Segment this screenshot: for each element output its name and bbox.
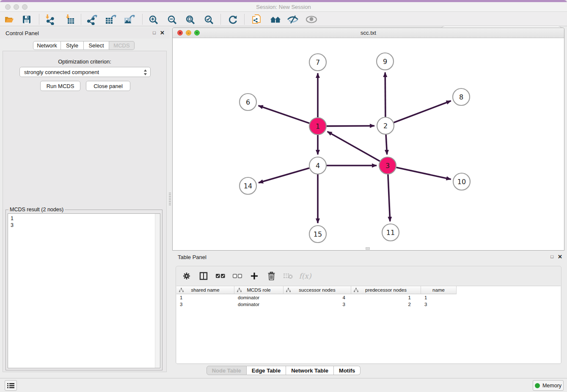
column-header-predecessor-nodes[interactable]: predecessor nodes (351, 286, 421, 294)
node-14[interactable]: 14 (239, 177, 256, 194)
node-11[interactable]: 11 (382, 224, 399, 241)
table-cell[interactable]: 1 (176, 294, 234, 301)
table-row[interactable]: 1dominator411 (176, 294, 561, 301)
close-panel-button[interactable]: Close panel (86, 81, 130, 91)
delete-column-icon[interactable] (266, 271, 277, 282)
task-history-button[interactable] (5, 380, 17, 391)
application-window: Session: New Session Control Panel □ ✕ N… (0, 0, 567, 392)
table-toolbar: f(x) (176, 266, 561, 286)
node-10[interactable]: 10 (453, 173, 470, 190)
mcds-result-list[interactable]: 13 (8, 213, 160, 368)
show-all-icon[interactable] (306, 14, 317, 25)
node-4[interactable]: 4 (309, 157, 326, 174)
export-network-icon[interactable] (86, 14, 98, 25)
app-titlebar[interactable]: Session: New Session (0, 2, 567, 12)
run-mcds-button[interactable]: Run MCDS (40, 81, 80, 91)
node-table-panel: f(x) shared nameMCDS rolesuccessor nodes… (176, 266, 561, 364)
import-table-icon[interactable] (64, 14, 76, 25)
mcds-panel: Optimization criterion: strongly connect… (3, 51, 167, 372)
table-cell[interactable]: 4 (284, 294, 351, 301)
tab-network-table[interactable]: Network Table (286, 366, 334, 375)
node-2[interactable]: 2 (377, 117, 394, 134)
table-cell[interactable]: 3 (284, 301, 351, 308)
table-cell[interactable]: 1 (421, 294, 457, 301)
edge-2-9[interactable] (385, 72, 385, 117)
node-label: 10 (457, 178, 466, 186)
toggle-panel-icon[interactable] (198, 271, 209, 282)
table-cell[interactable]: 3 (176, 301, 234, 308)
column-type-icon (179, 288, 184, 293)
column-header-MCDS-role[interactable]: MCDS role (234, 286, 284, 294)
zoom-selected-icon[interactable] (203, 14, 215, 25)
zoom-in-icon[interactable] (147, 14, 159, 25)
clone-network-icon[interactable] (250, 14, 262, 25)
zoom-fit-icon[interactable] (184, 14, 196, 25)
tab-node-table[interactable]: Node Table (206, 366, 247, 375)
open-file-icon[interactable] (3, 14, 15, 25)
tab-edge-table[interactable]: Edge Table (247, 366, 286, 375)
node-7[interactable]: 7 (309, 54, 326, 71)
edge-2-3[interactable] (386, 135, 387, 155)
control-panel-close-icon[interactable]: ✕ (159, 30, 165, 36)
mcds-result-item[interactable]: 3 (11, 222, 160, 229)
import-network-icon[interactable] (44, 14, 55, 25)
edge-1-2[interactable] (327, 126, 374, 126)
node-label: 7 (316, 58, 320, 66)
export-image-icon[interactable] (124, 14, 135, 25)
network-window-titlebar[interactable]: ✕ − + scc.txt (173, 28, 564, 38)
edge-3-11[interactable] (388, 174, 390, 221)
table-cell[interactable]: 1 (351, 294, 421, 301)
table-row[interactable]: 3dominator323 (176, 301, 561, 308)
table-cell[interactable]: dominator (234, 294, 284, 301)
network-canvas[interactable]: 7968124314101511 (173, 38, 564, 250)
edge-4-14[interactable] (259, 168, 309, 183)
export-table-icon[interactable] (105, 14, 117, 25)
table-cell[interactable]: dominator (234, 301, 284, 308)
network-view-window: ✕ − + scc.txt 7968124314101511 (172, 28, 564, 251)
column-header-shared-name[interactable]: shared name (176, 286, 234, 294)
tab-network[interactable]: Network (33, 41, 61, 50)
node-6[interactable]: 6 (239, 94, 256, 110)
select-all-icon[interactable] (215, 271, 226, 282)
node-8[interactable]: 8 (453, 88, 470, 105)
optimization-criterion-label: Optimization criterion: (3, 58, 166, 65)
tab-select[interactable]: Select (84, 41, 109, 50)
column-label: shared name (176, 287, 234, 293)
node-3[interactable]: 3 (379, 157, 396, 174)
table-cell[interactable]: 3 (421, 301, 457, 308)
criterion-select[interactable]: strongly connected component (19, 67, 151, 77)
hide-selected-icon[interactable] (287, 14, 299, 25)
column-header-successor-nodes[interactable]: successor nodes (284, 286, 351, 294)
table-settings-icon[interactable] (181, 271, 192, 282)
edge-3-1[interactable] (328, 132, 380, 161)
edge-1-6[interactable] (259, 106, 310, 124)
toolbar-separator (142, 14, 143, 25)
node-9[interactable]: 9 (377, 53, 394, 70)
tab-mcds[interactable]: MCDS (109, 41, 135, 50)
table-cell[interactable]: 2 (351, 301, 421, 308)
table-panel-float-icon[interactable]: □ (549, 254, 555, 260)
tab-style[interactable]: Style (61, 41, 84, 50)
mcds-result-item[interactable]: 1 (11, 215, 160, 222)
column-header-name[interactable]: name (421, 286, 457, 294)
edge-3-10[interactable] (396, 168, 451, 179)
control-panel-float-icon[interactable]: □ (151, 30, 157, 36)
edge-2-8[interactable] (394, 101, 451, 122)
refresh-view-icon[interactable] (227, 14, 239, 25)
table-panel-close-icon[interactable]: ✕ (557, 254, 563, 260)
memory-button[interactable]: Memory (533, 380, 564, 391)
main-toolbar (0, 12, 567, 26)
deselect-all-icon[interactable] (232, 271, 243, 282)
add-column-icon[interactable] (249, 271, 260, 282)
home-view-icon[interactable] (270, 14, 281, 25)
result-scrollbar[interactable] (155, 214, 160, 368)
panel-splitter-handle[interactable] (169, 193, 171, 206)
node-15[interactable]: 15 (309, 226, 326, 243)
save-session-icon[interactable] (21, 14, 33, 25)
zoom-out-icon[interactable] (166, 14, 178, 25)
canvas-resize-handle[interactable] (366, 247, 370, 250)
node-label: 3 (385, 162, 390, 170)
node-1[interactable]: 1 (309, 118, 326, 135)
mcds-result-title: MCDS result (2 nodes) (8, 207, 65, 213)
tab-motifs[interactable]: Motifs (334, 366, 361, 375)
